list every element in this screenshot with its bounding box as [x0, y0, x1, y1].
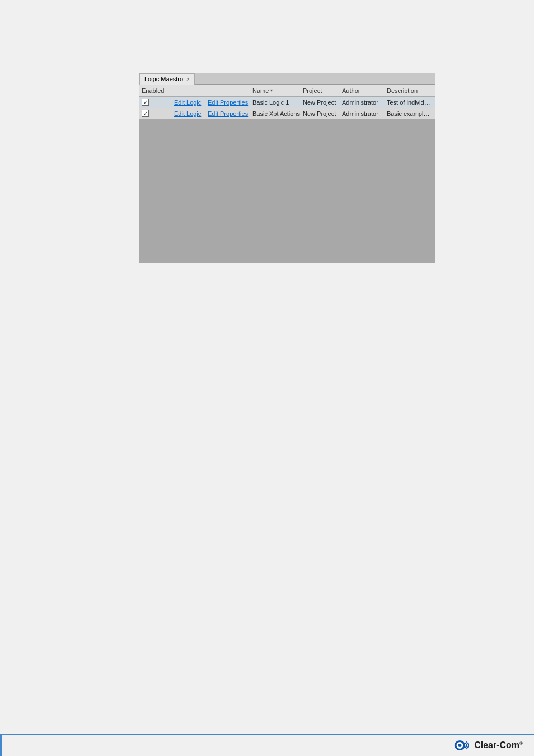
clearcom-text: Clear-Com®	[474, 740, 523, 750]
panel-content: Enabled Name ▾ Project Author Descriptio…	[139, 85, 435, 263]
table-row: ✓ Edit Logic Edit Properties Basic Xpt A…	[139, 108, 435, 119]
edit-logic-link-1[interactable]: Edit Logic	[174, 99, 201, 106]
tab-bar: Logic Maestro ×	[139, 73, 435, 85]
main-container: Logic Maestro × Enabled Name ▾ Project	[0, 0, 534, 756]
col-header-enabled: Enabled	[142, 87, 174, 94]
col-header-name: Name ▾	[252, 87, 303, 94]
tab-label: Logic Maestro	[144, 76, 183, 82]
edit-properties-cell-1: Edit Properties	[208, 99, 252, 106]
edit-logic-link-2[interactable]: Edit Logic	[174, 110, 201, 117]
author-cell-1: Administrator	[342, 99, 387, 106]
table-row: ✓ Edit Logic Edit Properties Basic Logic…	[139, 97, 435, 108]
name-cell-2: Basic Xpt Actions	[252, 110, 303, 117]
description-cell-2: Basic examples of crosspoint actio	[387, 110, 433, 117]
enabled-checkbox-1[interactable]: ✓	[142, 99, 149, 106]
enabled-checkbox-2[interactable]: ✓	[142, 110, 149, 117]
logic-maestro-tab[interactable]: Logic Maestro ×	[139, 73, 195, 85]
enabled-cell-1: ✓	[142, 99, 174, 106]
project-cell-2: New Project	[303, 110, 342, 117]
edit-logic-cell-2: Edit Logic	[174, 110, 208, 117]
name-cell-1: Basic Logic 1	[252, 99, 303, 106]
description-cell-1: Test of individual logic gate types	[387, 99, 433, 106]
edit-properties-link-1[interactable]: Edit Properties	[208, 99, 248, 106]
enabled-cell-2: ✓	[142, 110, 174, 117]
logic-maestro-panel: Logic Maestro × Enabled Name ▾ Project	[139, 73, 435, 263]
table-empty-area	[139, 119, 435, 263]
project-cell-1: New Project	[303, 99, 342, 106]
clearcom-logo: Clear-Com®	[454, 739, 523, 752]
col-header-project: Project	[303, 87, 342, 94]
edit-properties-link-2[interactable]: Edit Properties	[208, 110, 248, 117]
svg-point-2	[458, 744, 462, 747]
footer-accent	[0, 734, 2, 756]
author-cell-2: Administrator	[342, 110, 387, 117]
col-header-author: Author	[342, 87, 387, 94]
edit-properties-cell-2: Edit Properties	[208, 110, 252, 117]
sort-arrow-icon: ▾	[270, 88, 273, 93]
col-header-description: Description	[387, 87, 433, 94]
close-tab-button[interactable]: ×	[186, 76, 190, 82]
footer-bar: Clear-Com®	[0, 734, 534, 756]
table-header: Enabled Name ▾ Project Author Descriptio…	[139, 85, 435, 97]
clearcom-icon	[454, 739, 471, 752]
edit-logic-cell-1: Edit Logic	[174, 99, 208, 106]
